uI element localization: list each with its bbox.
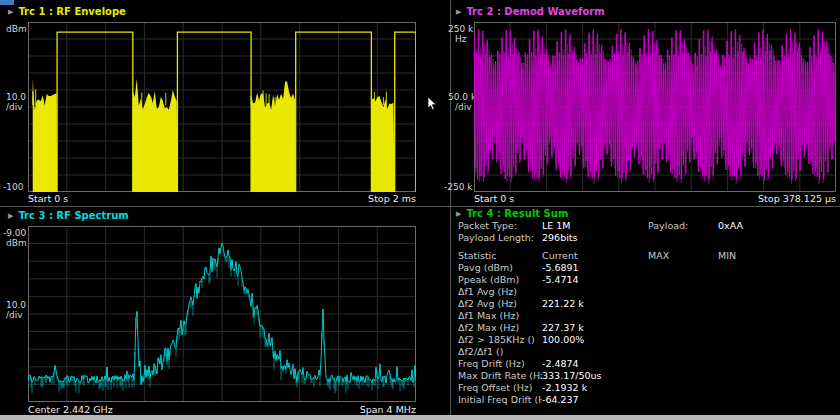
- result-table: Packet Type: LE 1M Payload: 0xAA Payload…: [458, 220, 836, 406]
- panel-divider-horizontal: [0, 206, 840, 207]
- trc1-header[interactable]: ▶ Trc 1 : RF Envelope: [8, 6, 126, 17]
- result-row-current: 221.22 k: [542, 298, 648, 310]
- result-row-label: Δf1 Avg (Hz): [458, 286, 542, 298]
- result-row-current: -5.6891: [542, 262, 648, 274]
- packet-info-row: Packet Type: LE 1M Payload: 0xAA: [458, 220, 836, 232]
- trc1-title: Trc 1 : RF Envelope: [18, 6, 126, 17]
- titlebar-fragment: [0, 0, 14, 5]
- trc1-y-div-value: 10.0: [6, 92, 26, 102]
- trc3-title: Trc 3 : RF Spectrum: [18, 210, 128, 221]
- trc3-y-div-value: 10.0: [6, 300, 26, 310]
- result-row: Initial Freq Drift (Hz) -64.237: [458, 394, 836, 406]
- result-row-label: Δf1 Max (Hz): [458, 310, 542, 322]
- panel-divider-vertical: [450, 0, 451, 420]
- trc4-header[interactable]: ▶ Trc 4 : Result Sum: [456, 208, 568, 219]
- result-row: Δf2 Max (Hz) 227.37 k: [458, 322, 836, 334]
- mouse-cursor-icon: [427, 96, 439, 112]
- statistic-header-row: Statistic Current MAX MIN: [458, 250, 836, 262]
- expand-arrow-icon: ▶: [8, 211, 13, 221]
- trc2-x-start-label: Start 0 s: [474, 193, 514, 204]
- trc3-center-label: Center 2.442 GHz: [28, 404, 113, 415]
- bottom-status-bar: [0, 415, 840, 420]
- analyzer-screen: ▶ Trc 1 : RF Envelope dBm 10.0 /div -100…: [0, 0, 840, 420]
- trc2-title: Trc 2 : Demod Waveform: [466, 6, 604, 17]
- result-row: Δf1 Avg (Hz): [458, 286, 836, 298]
- payload-label: Payload:: [648, 220, 718, 232]
- expand-arrow-icon: ▶: [8, 7, 13, 17]
- col-max: MAX: [648, 250, 718, 262]
- trc3-span-label: Span 4 MHz: [360, 404, 416, 415]
- result-row-label: Freq Drift (Hz): [458, 358, 542, 370]
- trc1-y-min-label: -100: [3, 182, 23, 192]
- trc3-y-unit-label: dBm: [6, 238, 27, 248]
- trc2-y-min-label: -250 k: [444, 182, 473, 192]
- result-row-current: [542, 346, 648, 358]
- result-row-current: 333.17/50us: [542, 370, 648, 382]
- result-row-current: -2.1932 k: [542, 382, 648, 394]
- result-row-current: [542, 286, 648, 298]
- payload-length-label: Payload Length:: [458, 232, 542, 244]
- result-row-current: 100.00%: [542, 334, 648, 346]
- trc1-x-stop-label: Stop 2 ms: [368, 193, 416, 204]
- trc4-title: Trc 4 : Result Sum: [466, 208, 568, 219]
- result-row: Freq Drift (Hz) -2.4874: [458, 358, 836, 370]
- result-row: Freq Offset (Hz) -2.1932 k: [458, 382, 836, 394]
- result-row: Δf2 > 185KHz () 100.00%: [458, 334, 836, 346]
- trc3-x-axis: Center 2.442 GHz Span 4 MHz: [28, 404, 416, 415]
- result-row: Pavg (dBm) -5.6891: [458, 262, 836, 274]
- payload-value: 0xAA: [718, 220, 836, 232]
- trc2-y-max-label: 250 k: [448, 24, 473, 34]
- trc2-y-div-unit: /div: [455, 102, 472, 112]
- trc1-y-unit-label: dBm: [6, 24, 27, 34]
- trc2-x-stop-label: Stop 378.125 µs: [758, 193, 836, 204]
- col-statistic: Statistic: [458, 250, 542, 262]
- result-row-current: -64.237: [542, 394, 648, 406]
- result-row: Δf1 Max (Hz): [458, 310, 836, 322]
- result-row-label: Initial Freq Drift (Hz): [458, 394, 542, 406]
- trc1-y-div-unit: /div: [6, 102, 23, 112]
- result-row-current: -5.4714: [542, 274, 648, 286]
- packet-type-value: LE 1M: [542, 220, 648, 232]
- trc3-y-div-unit: /div: [6, 310, 23, 320]
- trc2-header[interactable]: ▶ Trc 2 : Demod Waveform: [456, 6, 605, 17]
- trc2-x-axis: Start 0 s Stop 378.125 µs: [474, 193, 836, 204]
- expand-arrow-icon: ▶: [456, 209, 461, 219]
- expand-arrow-icon: ▶: [456, 7, 461, 17]
- trc1-x-axis: Start 0 s Stop 2 ms: [28, 193, 416, 204]
- rf-spectrum-plot[interactable]: [28, 226, 416, 402]
- result-row: Max Drift Rate (Hz) 333.17/50us: [458, 370, 836, 382]
- payload-length-value: 296bits: [542, 232, 648, 244]
- result-row-label: Max Drift Rate (Hz): [458, 370, 542, 382]
- packet-type-label: Packet Type:: [458, 220, 542, 232]
- result-row-label: Ppeak (dBm): [458, 274, 542, 286]
- rf-envelope-plot[interactable]: [28, 22, 416, 192]
- trc1-x-start-label: Start 0 s: [28, 193, 68, 204]
- result-row-label: Δf2/Δf1 (): [458, 346, 542, 358]
- result-row-label: Δf2 > 185KHz (): [458, 334, 542, 346]
- result-rows: Pavg (dBm) -5.6891 Ppeak (dBm) -5.4714 Δ…: [458, 262, 836, 406]
- col-min: MIN: [718, 250, 836, 262]
- result-row-label: Freq Offset (Hz): [458, 382, 542, 394]
- result-row-current: -2.4874: [542, 358, 648, 370]
- result-row-label: Δf2 Max (Hz): [458, 322, 542, 334]
- result-row-current: 227.37 k: [542, 322, 648, 334]
- trc2-y-div-value: 50.0 k: [448, 92, 476, 102]
- trc2-y-unit-label: Hz: [455, 34, 467, 44]
- demod-waveform-plot[interactable]: [474, 22, 836, 192]
- result-row-current: [542, 310, 648, 322]
- payload-length-row: Payload Length: 296bits: [458, 232, 836, 244]
- result-row: Δf2 Avg (Hz) 221.22 k: [458, 298, 836, 310]
- result-row-label: Pavg (dBm): [458, 262, 542, 274]
- trc3-ref-level-label: -9.00: [3, 228, 26, 238]
- result-row: Ppeak (dBm) -5.4714: [458, 274, 836, 286]
- result-row-label: Δf2 Avg (Hz): [458, 298, 542, 310]
- col-current: Current: [542, 250, 648, 262]
- trc3-header[interactable]: ▶ Trc 3 : RF Spectrum: [8, 210, 129, 221]
- result-row: Δf2/Δf1 (): [458, 346, 836, 358]
